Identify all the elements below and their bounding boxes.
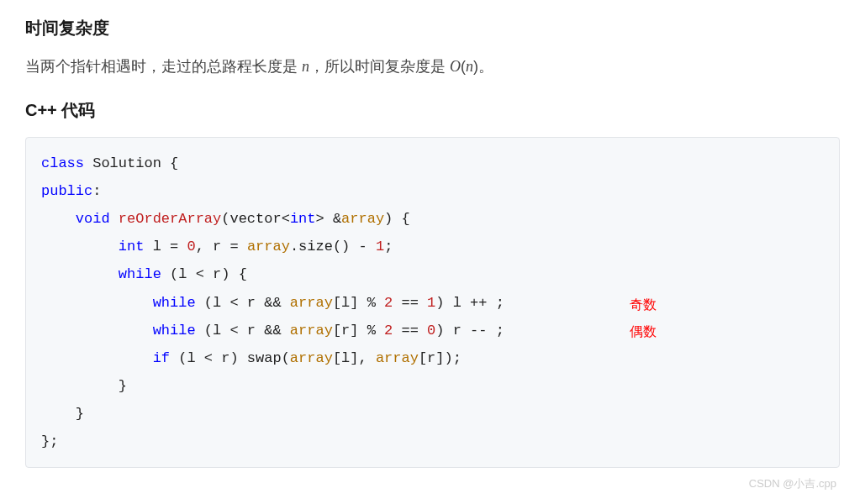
code-type-array-8a: array xyxy=(290,350,333,366)
code-indent-6 xyxy=(41,295,153,311)
code-line8-rest2: [l], xyxy=(333,350,376,366)
annotation-odd: 奇数 xyxy=(630,291,657,318)
code-line4-rest1: l = xyxy=(144,239,187,255)
code-indent-5 xyxy=(41,266,119,282)
watermark: CSDN @小吉.cpp xyxy=(25,476,840,491)
para-text-3: 。 xyxy=(478,58,493,75)
code-kw-class: class xyxy=(41,155,84,171)
code-line8-rest1: (l < r) swap( xyxy=(170,350,290,366)
code-indent-8 xyxy=(41,350,153,366)
code-line3-rest3: ) { xyxy=(384,211,410,227)
code-heading: C++ 代码 xyxy=(25,99,840,122)
code-type-array-4: array xyxy=(247,239,290,255)
code-line6-rest1: (l < r && xyxy=(196,295,290,311)
code-indent-4 xyxy=(41,239,119,255)
code-line10: } xyxy=(41,406,84,422)
code-kw-while-7: while xyxy=(153,323,196,339)
code-type-array-7: array xyxy=(290,323,333,339)
time-complexity-paragraph: 当两个指针相遇时，走过的总路程长度是 n，所以时间复杂度是 O(n)。 xyxy=(25,55,840,79)
code-line4-rest4: ; xyxy=(384,239,393,255)
code-kw-while-5: while xyxy=(119,266,161,282)
code-num-0: 0 xyxy=(187,239,195,255)
code-type-array-8b: array xyxy=(376,350,419,366)
annotation-even: 偶数 xyxy=(630,318,657,344)
code-line7-rest2: [r] % xyxy=(333,323,384,339)
code-block: class Solution { public: void reOrderArr… xyxy=(25,137,840,469)
code-num-1: 1 xyxy=(376,239,384,255)
code-line4-rest3: .size() - xyxy=(290,239,376,255)
code-line6-rest2: [l] % xyxy=(333,295,384,311)
math-big-o: O xyxy=(450,58,461,75)
code-kw-int-4: int xyxy=(119,239,145,255)
annotation-layer: 奇数 偶数 xyxy=(26,138,42,249)
para-text-1: 当两个指针相遇时，走过的总路程长度是 xyxy=(25,58,302,75)
code-kw-void: void xyxy=(76,211,110,227)
code-kw-int-3: int xyxy=(290,211,316,227)
code-fn-reorder: reOrderArray xyxy=(119,211,221,227)
code-line3-rest2: > & xyxy=(315,211,341,227)
code-line4-rest2: , r = xyxy=(196,239,247,255)
code-kw-if: if xyxy=(153,350,170,366)
code-sp-3 xyxy=(110,211,119,227)
code-type-array-6: array xyxy=(290,295,333,311)
code-line11: }; xyxy=(41,433,58,449)
math-n: n xyxy=(302,58,309,75)
code-num-2-7: 2 xyxy=(384,323,393,339)
code-line5-rest: (l < r) { xyxy=(161,266,247,282)
code-kw-while-6: while xyxy=(153,295,196,311)
code-line6-rest4: ) l ++ ; xyxy=(435,295,504,311)
code-line1-rest: Solution { xyxy=(84,155,178,171)
code-kw-public: public xyxy=(41,183,92,199)
code-line6-rest3: == xyxy=(393,295,427,311)
code-line9: } xyxy=(41,378,127,394)
code-line7-rest3: == xyxy=(393,323,427,339)
code-num-0-7: 0 xyxy=(427,323,435,339)
code-indent-3 xyxy=(41,211,76,227)
code-line7-rest1: (l < r && xyxy=(196,323,290,339)
time-complexity-heading: 时间复杂度 xyxy=(25,17,840,39)
code-num-1-6: 1 xyxy=(427,295,435,311)
code-type-array-3: array xyxy=(341,211,384,227)
code-line3-rest1: (vector< xyxy=(221,211,290,227)
code-line7-rest4: ) r -- ; xyxy=(435,323,504,339)
code-line2-rest: : xyxy=(92,183,101,199)
math-n-2: n xyxy=(466,58,473,75)
code-num-2-6: 2 xyxy=(384,295,393,311)
code-indent-7 xyxy=(41,323,153,339)
para-text-2: ，所以时间复杂度是 xyxy=(309,58,450,75)
code-line8-rest3: [r]); xyxy=(419,350,462,366)
